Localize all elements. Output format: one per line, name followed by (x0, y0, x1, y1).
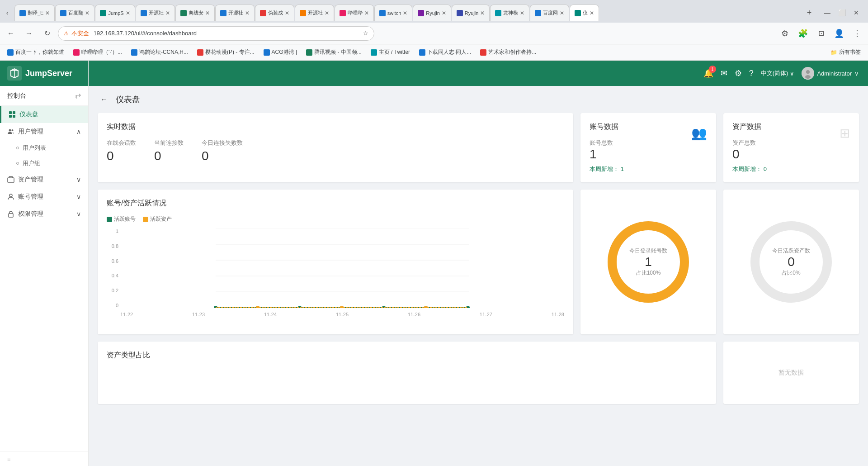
sidebar-item-user-list[interactable]: 用户列表 (0, 140, 88, 156)
tab-close-icon[interactable]: ✕ (325, 10, 329, 16)
user-menu-button[interactable]: Administrator ∨ (802, 67, 859, 80)
refresh-button[interactable]: ↻ (40, 26, 54, 41)
tab-label: 哔哩哔 (348, 10, 363, 16)
bookmark-item[interactable]: 下载同人志·同人... (415, 48, 475, 57)
account-mgmt-chevron: ∨ (76, 193, 81, 200)
help-icon[interactable]: ? (749, 69, 754, 78)
language-button[interactable]: 中文(简体) ∨ (761, 69, 795, 77)
browser-tab-t15[interactable]: 仪 ✕ (570, 5, 599, 21)
tab-close-icon[interactable]: ✕ (364, 10, 369, 16)
bookmark-item[interactable]: 主页 / Twitter (367, 48, 414, 57)
new-tab-button[interactable]: + (803, 6, 816, 19)
sidebar-footer-button[interactable]: ≡ (7, 456, 81, 462)
browser-tab-t12[interactable]: Ryujin ✕ (452, 5, 490, 21)
tab-label: 开源社 (149, 10, 164, 16)
sidebar-collapse-icon[interactable]: ⇄ (75, 91, 81, 100)
back-button[interactable]: ← (4, 26, 18, 41)
bookmark-item[interactable]: 鸿鹄论坛-CCNA,H... (127, 48, 192, 57)
back-to-previous[interactable]: ← (98, 93, 110, 106)
close-button[interactable]: ✕ (850, 6, 863, 19)
tab-close-icon[interactable]: ✕ (165, 10, 170, 16)
url-bar[interactable]: ⚠ 不安全 192.168.37.120/ui/#/console/dashbo… (58, 26, 374, 41)
svg-point-27 (340, 306, 344, 308)
browser-tab-t7[interactable]: 伪装成 ✕ (255, 5, 294, 21)
user-avatar (802, 67, 814, 80)
browser-tab-t13[interactable]: 龙神模 ✕ (490, 5, 529, 21)
sidebar-item-dashboard[interactable]: 仪表盘 (0, 106, 88, 123)
browser-tab-t4[interactable]: 开源社 ✕ (136, 5, 175, 21)
sidebar-item-user-group[interactable]: 用户组 (0, 156, 88, 171)
tab-close-icon[interactable]: ✕ (205, 10, 210, 16)
tab-close-icon[interactable]: ✕ (85, 10, 90, 16)
bookmark-label: 下载同人志·同人... (427, 48, 471, 56)
tab-label: 离线安 (189, 10, 203, 16)
sidebar-item-perm-mgmt[interactable]: 权限管理 ∨ (0, 205, 88, 223)
tab-close-icon[interactable]: ✕ (442, 10, 446, 16)
bookmark-item[interactable]: 腾讯视频 - 中国领... (302, 48, 365, 57)
tab-close-icon[interactable]: ✕ (590, 10, 594, 16)
bookmark-star-icon[interactable]: ☆ (363, 30, 368, 37)
account-donut-container: 今日登录账号数 1 占比100% (603, 217, 693, 307)
user-mgmt-label: 用户管理 (18, 128, 43, 136)
y-label-0: 0 (107, 303, 118, 308)
forward-button[interactable]: → (22, 26, 36, 41)
message-icon[interactable]: ✉ (721, 68, 727, 78)
tab-close-icon[interactable]: ✕ (560, 10, 564, 16)
bookmark-item[interactable]: ACG港湾 | (260, 48, 301, 57)
user-profile-btn[interactable]: 👤 (832, 26, 846, 41)
tab-close-icon[interactable]: ✕ (480, 10, 485, 16)
menu-button[interactable]: ⋮ (850, 26, 864, 41)
browser-tab-t9[interactable]: 哔哩哔 ✕ (335, 5, 374, 21)
bookmark-label: 腾讯视频 - 中国领... (314, 48, 362, 56)
browser-tab-t11[interactable]: Ryujin ✕ (413, 5, 451, 21)
main-area: 🔔 1 ✉ ⚙ ? 中文(简体) ∨ (89, 61, 868, 466)
legend-account: 活跃账号 (107, 215, 136, 223)
bookmark-item[interactable]: 樱花动漫(P) - 专注... (193, 48, 258, 57)
settings-icon[interactable]: ⚙ (735, 68, 742, 78)
asset-donut-label: 今日活跃资产数 (772, 247, 810, 255)
profile-icon[interactable]: ⚙ (778, 26, 792, 41)
tab-label: Ryujin (426, 10, 440, 16)
tab-close-icon[interactable]: ✕ (403, 10, 407, 16)
bookmark-item[interactable]: 百度一下，你就知道 (4, 48, 68, 57)
sidebar-footer: ≡ (0, 452, 88, 466)
browser-tab-t1[interactable]: 翻译_E ✕ (14, 5, 55, 21)
tab-back-nav[interactable]: ‹ (6, 9, 9, 16)
tab-close-icon[interactable]: ✕ (520, 10, 524, 16)
bookmark-label: 鸿鹄论坛-CCNA,H... (139, 48, 188, 56)
tab-favicon (100, 10, 106, 16)
bookmark-item[interactable]: 哔哩哔哩（'·'）... (70, 48, 126, 57)
asset-donut-container: 今日活跃资产数 0 占比0% (746, 217, 836, 307)
extensions-icon[interactable]: 🧩 (796, 26, 810, 41)
maximize-button[interactable]: ⬜ (835, 6, 848, 19)
notification-icon[interactable]: 🔔 1 (703, 68, 713, 78)
y-label-04: 0.4 (107, 273, 118, 278)
tab-close-icon[interactable]: ✕ (245, 10, 250, 16)
topbar-right: 🔔 1 ✉ ⚙ ? 中文(简体) ∨ (703, 67, 859, 80)
bookmark-favicon (7, 49, 14, 56)
browser-tab-t5[interactable]: 离线安 ✕ (175, 5, 215, 21)
minimize-button[interactable]: — (821, 6, 834, 19)
all-bookmarks-button[interactable]: 📁所有书签 (827, 48, 864, 57)
browser-tab-t2[interactable]: 百度翻 ✕ (55, 5, 94, 21)
browser-tab-t10[interactable]: switch ✕ (374, 5, 413, 21)
tab-close-icon[interactable]: ✕ (285, 10, 289, 16)
failed-connections-value: 0 (202, 149, 243, 163)
sidebar-item-asset-mgmt[interactable]: 资产管理 ∨ (0, 171, 88, 188)
sidebar-toggle[interactable]: ⊡ (814, 26, 828, 41)
tabs-group: 翻译_E ✕ 百度翻 ✕ JumpS ✕ 开源社 ✕ 离线安 ✕ 开源社 ✕ 伪… (14, 5, 803, 21)
bookmark-item[interactable]: 艺术家和创作者持... (476, 48, 540, 57)
browser-tab-t14[interactable]: 百度网 ✕ (530, 5, 569, 21)
browser-tab-t8[interactable]: 开源社 ✕ (295, 5, 334, 21)
sidebar-item-user-mgmt[interactable]: 用户管理 ∧ (0, 123, 88, 140)
online-sessions-value: 0 (107, 149, 136, 163)
sidebar-item-account-mgmt[interactable]: 账号管理 ∨ (0, 188, 88, 205)
window-controls: — ⬜ ✕ (816, 6, 868, 19)
tab-favicon (300, 10, 306, 16)
tab-close-icon[interactable]: ✕ (45, 10, 50, 16)
browser-tab-t3[interactable]: JumpS ✕ (95, 5, 135, 21)
tab-close-icon[interactable]: ✕ (126, 10, 130, 16)
tab-label: 龙神模 (503, 10, 518, 16)
perm-mgmt-chevron: ∨ (76, 210, 81, 218)
browser-tab-t6[interactable]: 开源社 ✕ (215, 5, 255, 21)
